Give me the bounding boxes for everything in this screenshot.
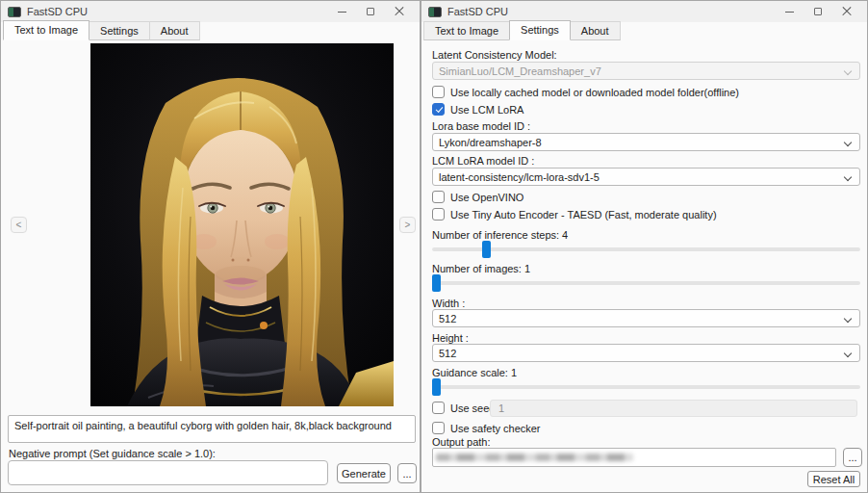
window-text-to-image: FastSD CPU Text to Image Settings About xyxy=(0,0,421,493)
num-images-label: Number of images: 1 xyxy=(432,263,530,274)
steps-label: Number of inference steps: 4 xyxy=(432,229,568,241)
close-icon xyxy=(395,7,404,16)
safety-checkbox-label: Use safety checker xyxy=(450,423,541,434)
tab-bar: Text to Image Settings About xyxy=(423,22,620,40)
close-button[interactable] xyxy=(385,1,414,22)
safety-checkbox[interactable]: Use safety checker xyxy=(432,422,541,434)
checkbox-icon xyxy=(432,191,445,203)
seed-checkbox-label: Use seed xyxy=(450,402,495,414)
taesd-checkbox[interactable]: Use Tiny Auto Encoder - TAESD (Fast, mod… xyxy=(432,208,717,221)
titlebar[interactable]: FastSD CPU xyxy=(421,1,867,22)
window-title: FastSD CPU xyxy=(447,6,508,17)
tab-settings[interactable]: Settings xyxy=(89,21,150,40)
lora-base-select[interactable]: Lykon/dreamshaper-8 xyxy=(432,133,860,151)
minimize-icon xyxy=(785,12,794,13)
generated-image xyxy=(90,43,394,406)
checkbox-icon xyxy=(432,422,445,434)
guidance-slider[interactable] xyxy=(432,378,860,396)
chevron-down-icon xyxy=(844,67,852,75)
slider-handle[interactable] xyxy=(432,378,441,396)
lcm-lora-model-select[interactable]: latent-consistency/lcm-lora-sdv1-5 xyxy=(432,168,860,186)
browse-output-path-button[interactable]: ... xyxy=(843,448,862,467)
tab-about[interactable]: About xyxy=(570,21,621,40)
maximize-button[interactable] xyxy=(804,1,832,22)
desktop: FastSD CPU Text to Image Settings About xyxy=(0,0,868,493)
output-path-label: Output path: xyxy=(432,436,491,448)
lcm-lora-checkbox[interactable]: Use LCM LoRA xyxy=(432,103,523,116)
openvino-checkbox[interactable]: Use OpenVINO xyxy=(432,191,523,203)
titlebar[interactable]: FastSD CPU xyxy=(1,1,420,22)
guidance-label: Guidance scale: 1 xyxy=(432,367,517,378)
chevron-down-icon xyxy=(844,173,852,181)
maximize-icon xyxy=(367,8,374,15)
maximize-button[interactable] xyxy=(356,1,385,22)
slider-track[interactable] xyxy=(432,281,860,285)
generate-button[interactable]: Generate xyxy=(337,463,391,483)
checkbox-icon xyxy=(432,103,445,116)
tab-bar: Text to Image Settings About xyxy=(3,22,199,40)
minimize-button[interactable] xyxy=(775,1,804,22)
checkbox-icon xyxy=(432,208,445,221)
negative-prompt-input[interactable] xyxy=(8,460,328,485)
num-images-slider[interactable] xyxy=(432,274,860,292)
lcm-lora-model-value: latent-consistency/lcm-lora-sdv1-5 xyxy=(439,171,600,183)
minimize-icon xyxy=(338,12,346,13)
lcm-lora-checkbox-label: Use LCM LoRA xyxy=(450,104,523,116)
width-select[interactable]: 512 xyxy=(432,309,860,327)
lcm-model-select[interactable]: SimianLuo/LCM_Dreamshaper_v7 xyxy=(432,62,860,80)
lcm-model-label: Latent Consistency Model: xyxy=(432,49,557,61)
openvino-checkbox-label: Use OpenVINO xyxy=(450,192,523,203)
window-settings: FastSD CPU Text to Image Settings About … xyxy=(421,0,868,493)
negative-prompt-label: Negative prompt (Set guidance scale > 1.… xyxy=(9,448,216,459)
height-select[interactable]: 512 xyxy=(432,344,860,362)
height-label: Height : xyxy=(432,332,469,344)
chevron-down-icon xyxy=(844,315,852,323)
slider-handle[interactable] xyxy=(482,241,491,258)
slider-track[interactable] xyxy=(432,247,860,251)
taesd-checkbox-label: Use Tiny Auto Encoder - TAESD (Fast, mod… xyxy=(450,209,717,221)
close-button[interactable] xyxy=(832,1,861,22)
slider-handle[interactable] xyxy=(432,274,441,292)
reset-all-button[interactable]: Reset All xyxy=(807,471,860,487)
seed-input[interactable]: 1 xyxy=(490,400,857,417)
lora-base-label: Lora base model ID : xyxy=(432,120,530,132)
height-value: 512 xyxy=(439,348,456,359)
tab-about[interactable]: About xyxy=(149,21,200,40)
lora-base-value: Lykon/dreamshaper-8 xyxy=(439,137,542,148)
slider-track[interactable] xyxy=(432,385,860,389)
tab-text-to-image[interactable]: Text to Image xyxy=(3,20,89,40)
lcm-lora-model-label: LCM LoRA model ID : xyxy=(432,155,534,167)
tab-settings[interactable]: Settings xyxy=(509,20,571,40)
tab-text-to-image[interactable]: Text to Image xyxy=(423,21,510,40)
checkbox-icon xyxy=(432,86,445,98)
offline-checkbox[interactable]: Use locally cached model or downloaded m… xyxy=(432,86,739,98)
width-label: Width : xyxy=(432,298,465,309)
prompt-input[interactable]: Self-portrait oil painting, a beautiful … xyxy=(8,415,416,443)
checkbox-icon xyxy=(432,402,445,414)
previous-image-button[interactable]: < xyxy=(11,217,27,233)
app-icon xyxy=(428,7,442,17)
more-options-button[interactable]: ... xyxy=(397,463,417,483)
steps-slider[interactable] xyxy=(432,241,860,258)
offline-checkbox-label: Use locally cached model or downloaded m… xyxy=(450,87,739,98)
window-title: FastSD CPU xyxy=(27,6,88,17)
minimize-button[interactable] xyxy=(327,1,356,22)
seed-checkbox[interactable]: Use seed xyxy=(432,402,495,414)
chevron-down-icon xyxy=(844,350,852,357)
next-image-button[interactable]: > xyxy=(399,217,416,233)
output-path-redacted-value xyxy=(436,454,633,461)
maximize-icon xyxy=(814,8,822,15)
width-value: 512 xyxy=(439,313,456,324)
close-icon xyxy=(842,7,852,16)
chevron-down-icon xyxy=(844,139,852,146)
output-path-input[interactable] xyxy=(432,448,836,467)
app-icon xyxy=(8,7,21,17)
lcm-model-value: SimianLuo/LCM_Dreamshaper_v7 xyxy=(439,65,601,77)
